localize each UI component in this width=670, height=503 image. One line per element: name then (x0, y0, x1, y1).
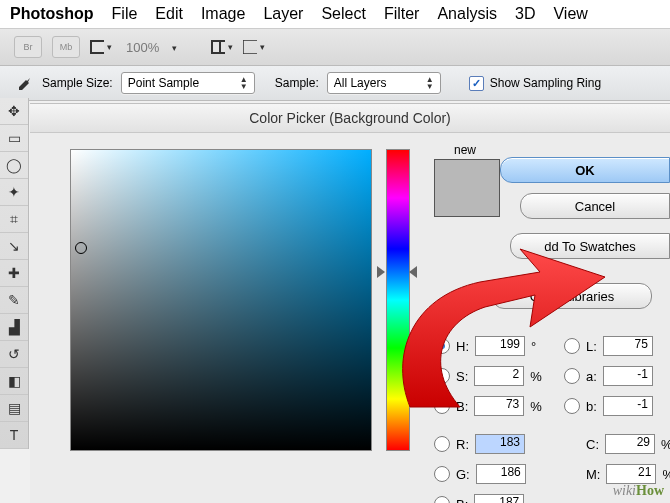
select-arrows-icon: ▲▼ (240, 76, 248, 90)
sample-value: All Layers (334, 76, 387, 90)
select-arrows-icon: ▲▼ (426, 76, 434, 90)
hue-label: H: (456, 339, 469, 354)
tool-type[interactable]: T (0, 422, 28, 449)
blue-label: B: (456, 497, 468, 504)
app-name: Photoshop (10, 5, 94, 23)
hue-input[interactable]: 199 (475, 336, 525, 356)
color-field-cursor[interactable] (75, 242, 87, 254)
tool-crop[interactable]: ⌗ (0, 206, 28, 233)
tool-marquee[interactable]: ▭ (0, 125, 28, 152)
sample-select[interactable]: All Layers ▲▼ (327, 72, 441, 94)
tools-panel: ✥ ▭ ◯ ✦ ⌗ ↘ ✚ ✎ ▟ ↺ ◧ ▤ T (0, 98, 29, 449)
blue-input[interactable]: 187 (474, 494, 524, 503)
c-unit: % (661, 437, 670, 452)
color-field[interactable] (70, 149, 372, 451)
svg-rect-3 (213, 42, 219, 52)
arrange-documents-dropdown[interactable] (211, 38, 233, 56)
dialog-title: Color Picker (Background Color) (30, 104, 670, 133)
show-sampling-ring-label: Show Sampling Ring (490, 76, 601, 90)
ok-button[interactable]: OK (500, 157, 670, 183)
a-radio[interactable] (564, 368, 580, 384)
sample-label: Sample: (275, 76, 319, 90)
hsb-rgb-fields: H: 199 ° S: 2 % B: 73 % R: 183 (434, 331, 546, 503)
menu-layer[interactable]: Layer (263, 5, 303, 23)
red-radio[interactable] (434, 436, 450, 452)
svg-rect-1 (92, 42, 104, 52)
blue-radio[interactable] (434, 496, 450, 503)
brightness-input[interactable]: 73 (474, 396, 524, 416)
options-bar: Sample Size: Point Sample ▲▼ Sample: All… (0, 66, 670, 101)
add-to-swatches-button[interactable]: dd To Swatches (510, 233, 670, 259)
show-sampling-ring-checkbox[interactable]: ✓ (469, 76, 484, 91)
svg-rect-5 (243, 40, 257, 54)
saturation-input[interactable]: 2 (474, 366, 524, 386)
tool-history-brush[interactable]: ↺ (0, 341, 28, 368)
tool-gradient[interactable]: ▤ (0, 395, 28, 422)
tool-eyedropper[interactable]: ↘ (0, 233, 28, 260)
c-input[interactable]: 29 (605, 434, 655, 454)
green-label: G: (456, 467, 470, 482)
minibridge-button[interactable]: Mb (52, 36, 80, 58)
menu-bar: Photoshop File Edit Image Layer Select F… (0, 0, 670, 29)
tool-stamp[interactable]: ▟ (0, 314, 28, 341)
tool-heal[interactable]: ✚ (0, 260, 28, 287)
brightness-label: B: (456, 399, 468, 414)
zoom-dropdown-icon[interactable] (169, 40, 177, 54)
sample-size-select[interactable]: Point Sample ▲▼ (121, 72, 255, 94)
b-radio[interactable] (564, 398, 580, 414)
bridge-button[interactable]: Br (14, 36, 42, 58)
new-color-label: new (454, 143, 476, 157)
zoom-level[interactable]: 100% (126, 40, 159, 55)
saturation-radio[interactable] (434, 368, 450, 384)
l-label: L: (586, 339, 597, 354)
app-toolbar: Br Mb 100% (0, 29, 670, 66)
hue-handle-icon[interactable] (409, 266, 417, 278)
l-radio[interactable] (564, 338, 580, 354)
hue-radio[interactable] (434, 338, 450, 354)
saturation-unit: % (530, 369, 544, 384)
b-input[interactable]: -1 (603, 396, 653, 416)
new-color-swatch (434, 159, 500, 217)
sample-size-value: Point Sample (128, 76, 199, 90)
menu-view[interactable]: View (553, 5, 587, 23)
hue-unit: ° (531, 339, 545, 354)
hue-handle-icon[interactable] (377, 266, 385, 278)
a-label: a: (586, 369, 597, 384)
menu-edit[interactable]: Edit (155, 5, 183, 23)
hue-slider[interactable] (386, 149, 410, 451)
menu-filter[interactable]: Filter (384, 5, 420, 23)
menu-file[interactable]: File (112, 5, 138, 23)
red-label: R: (456, 437, 469, 452)
red-input[interactable]: 183 (475, 434, 525, 454)
green-radio[interactable] (434, 466, 450, 482)
color-libraries-button[interactable]: Color Libraries (492, 283, 652, 309)
c-label: C: (586, 437, 599, 452)
tool-lasso[interactable]: ◯ (0, 152, 28, 179)
tool-brush[interactable]: ✎ (0, 287, 28, 314)
tool-wand[interactable]: ✦ (0, 179, 28, 206)
lab-cmyk-fields: L: 75 a: -1 b: -1 C: 29 % (564, 331, 670, 489)
a-input[interactable]: -1 (603, 366, 653, 386)
menu-image[interactable]: Image (201, 5, 245, 23)
tool-eraser[interactable]: ◧ (0, 368, 28, 395)
brightness-radio[interactable] (434, 398, 450, 414)
l-input[interactable]: 75 (603, 336, 653, 356)
saturation-label: S: (456, 369, 468, 384)
menu-analysis[interactable]: Analysis (437, 5, 497, 23)
sample-size-label: Sample Size: (42, 76, 113, 90)
watermark: wikiHow (613, 483, 664, 499)
eyedropper-tool-icon (16, 74, 34, 92)
m-unit: % (662, 467, 670, 482)
svg-rect-4 (221, 42, 225, 52)
cancel-button[interactable]: Cancel (520, 193, 670, 219)
b-label: b: (586, 399, 597, 414)
menu-3d[interactable]: 3D (515, 5, 535, 23)
brightness-unit: % (530, 399, 544, 414)
extras-dropdown[interactable] (243, 38, 265, 56)
tool-move[interactable]: ✥ (0, 98, 28, 125)
screen-mode-dropdown[interactable] (90, 38, 112, 56)
m-label: M: (586, 467, 600, 482)
green-input[interactable]: 186 (476, 464, 526, 484)
menu-select[interactable]: Select (321, 5, 365, 23)
m-input[interactable]: 21 (606, 464, 656, 484)
